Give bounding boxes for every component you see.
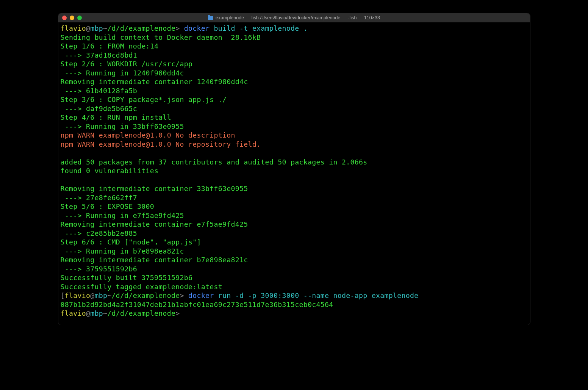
prompt-path: /d/d/examplenode (107, 24, 175, 32)
prompt-caret: > (175, 24, 180, 32)
output-line: ---> 27e8fe662ff7 (61, 193, 528, 202)
prompt-host: mbp (90, 24, 103, 32)
output-line: ---> Running in 1240f980dd4c (61, 69, 528, 78)
warning-line: npm WARN examplenode@1.0.0 No repository… (61, 140, 528, 149)
prompt-line-1: flavio@mbp~/d/d/examplenode> docker buil… (61, 24, 528, 33)
command-bin: docker (184, 24, 210, 32)
prompt-at: @ (86, 24, 90, 32)
close-icon[interactable] (62, 16, 67, 20)
output-line: ---> c2e85bb2e885 (61, 229, 528, 238)
output-line: Successfully built 3759551592b6 (61, 273, 528, 282)
prompt-host: mbp (95, 291, 108, 299)
output-line: Removing intermediate container 33bff63e… (61, 184, 528, 193)
output-line: Successfully tagged examplenode:latest (61, 282, 528, 291)
prompt-at: @ (90, 291, 94, 299)
minimize-icon[interactable] (70, 16, 74, 20)
prompt-host: mbp (90, 309, 103, 317)
output-line: added 50 packages from 37 contributors a… (61, 158, 528, 167)
prompt-user: flavio (61, 24, 86, 32)
command-args: build -t examplenode (210, 24, 303, 32)
output-line: Removing intermediate container 1240f980… (61, 77, 528, 86)
output-line: ---> 37ad18cd8bd1 (61, 51, 528, 60)
command-path-arg: . (303, 24, 308, 32)
window-title: examplenode — fish /Users/flavio/dev/doc… (216, 15, 380, 20)
output-line: Removing intermediate container e7f5ae9f… (61, 220, 528, 229)
title-content: examplenode — fish /Users/flavio/dev/doc… (58, 15, 530, 20)
output-line: Step 3/6 : COPY package*.json app.js ./ (61, 95, 528, 104)
prompt-caret: > (180, 291, 184, 299)
output-line (61, 175, 528, 185)
title-bar: examplenode — fish /Users/flavio/dev/doc… (58, 13, 530, 22)
prompt-path: /d/d/examplenode (107, 309, 175, 317)
output-line: ---> Running in 33bff63e0955 (61, 122, 528, 131)
prompt-user: flavio (65, 291, 91, 299)
prompt-at: @ (86, 309, 90, 317)
output-line: 087b1b2d92bd4a2f31047deb21b1abfc01ea69c2… (61, 300, 528, 309)
command-bin: docker (188, 291, 214, 299)
warning-line: npm WARN examplenode@1.0.0 No descriptio… (61, 131, 528, 140)
terminal-body[interactable]: flavio@mbp~/d/d/examplenode> docker buil… (58, 22, 530, 325)
output-line: Step 2/6 : WORKDIR /usr/src/app (61, 60, 528, 69)
output-line: ---> Running in e7f5ae9fd425 (61, 211, 528, 220)
prompt-line-3[interactable]: flavio@mbp~/d/d/examplenode> (61, 309, 528, 318)
output-line: Removing intermediate container b7e898ea… (61, 255, 528, 265)
prompt-sep: ~ (103, 309, 107, 317)
output-line: ---> 61b40128fa5b (61, 86, 528, 96)
output-line: Step 1/6 : FROM node:14 (61, 42, 528, 51)
prompt-caret: > (175, 309, 180, 317)
command-args: run -d -p 3000:3000 --name node-app exam… (214, 291, 419, 299)
prompt-sep: ~ (107, 291, 111, 299)
prompt-user: flavio (61, 309, 86, 317)
prompt-line-2: [flavio@mbp~/d/d/examplenode> docker run… (61, 291, 528, 300)
output-line: ---> Running in b7e898ea821c (61, 247, 528, 256)
output-line: Sending build context to Docker daemon 2… (61, 33, 528, 42)
terminal-window: examplenode — fish /Users/flavio/dev/doc… (58, 13, 530, 325)
output-line (61, 149, 528, 158)
traffic-lights (58, 16, 82, 20)
output-line: ---> 3759551592b6 (61, 265, 528, 274)
output-line: found 0 vulnerabilities (61, 166, 528, 175)
output-line: ---> daf9de5b665c (61, 104, 528, 113)
folder-icon (208, 16, 213, 20)
prompt-path: /d/d/examplenode (112, 291, 180, 299)
output-line: Step 4/6 : RUN npm install (61, 113, 528, 122)
output-line: Step 6/6 : CMD ["node", "app.js"] (61, 238, 528, 247)
maximize-icon[interactable] (77, 16, 82, 20)
output-line: Step 5/6 : EXPOSE 3000 (61, 202, 528, 211)
prompt-sep: ~ (103, 24, 107, 32)
